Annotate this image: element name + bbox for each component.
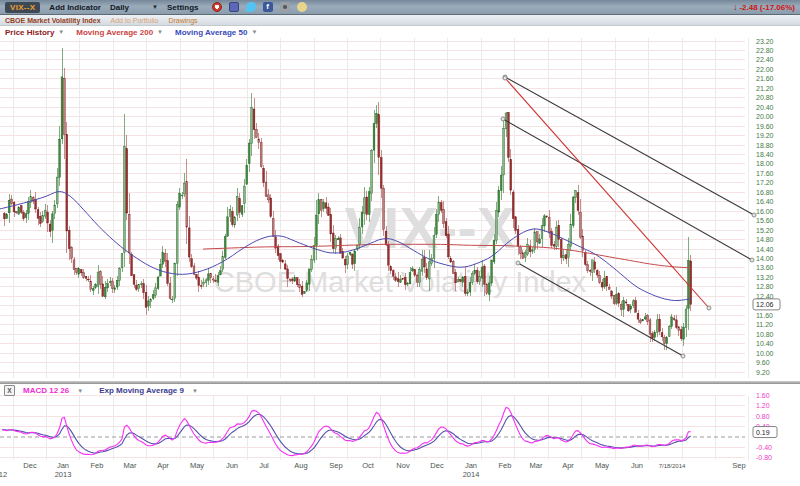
macd-panel-header: X MACD 12 26 ▼ Exp Moving Average 9 ▼ xyxy=(0,385,800,396)
chevron-down-icon[interactable]: ▼ xyxy=(152,4,158,10)
down-arrow-icon: ↓ xyxy=(733,2,738,12)
svg-text:20.80: 20.80 xyxy=(756,94,774,101)
svg-text:14.00: 14.00 xyxy=(756,255,774,262)
timeframe-dropdown[interactable]: Daily xyxy=(110,3,129,12)
moving-average-200-dropdown[interactable]: Moving Average 200 xyxy=(76,28,153,37)
svg-text:Mar: Mar xyxy=(124,461,137,470)
svg-text:17.20: 17.20 xyxy=(756,179,774,186)
svg-text:7/18/2014: 7/18/2014 xyxy=(659,463,686,469)
svg-text:18.40: 18.40 xyxy=(756,151,774,158)
svg-text:18.00: 18.00 xyxy=(756,160,774,167)
add-to-portfolio-link[interactable]: Add to Portfolio xyxy=(111,17,159,24)
svg-text:Apr: Apr xyxy=(157,461,169,470)
alerts-icon[interactable] xyxy=(212,2,222,12)
svg-text:0.80: 0.80 xyxy=(756,413,770,420)
symbol-box[interactable]: VIX--X xyxy=(5,2,40,13)
svg-text:16.40: 16.40 xyxy=(756,198,774,205)
svg-text:19.20: 19.20 xyxy=(756,132,774,139)
chevron-down-icon[interactable]: ▼ xyxy=(157,29,163,35)
price-axis: 23.2022.8022.4022.0021.6021.2020.8020.40… xyxy=(756,38,774,376)
svg-text:Jun: Jun xyxy=(631,461,643,470)
macd-indicator-dropdown[interactable]: MACD 12 26 xyxy=(23,386,69,395)
price-history-dropdown[interactable]: Price History xyxy=(5,28,54,37)
facebook-icon[interactable]: f xyxy=(263,2,273,12)
macd-lines xyxy=(0,408,745,456)
svg-text:21.20: 21.20 xyxy=(756,85,774,92)
panel-divider[interactable] xyxy=(0,381,800,384)
svg-text:15.20: 15.20 xyxy=(756,227,774,234)
svg-text:Jan: Jan xyxy=(57,461,69,470)
svg-text:12: 12 xyxy=(0,470,7,479)
macd-axis: 1.601.200.800.40-0.40-0.800.19 xyxy=(753,392,777,461)
svg-text:10.40: 10.40 xyxy=(756,340,774,347)
svg-text:May: May xyxy=(190,461,204,470)
chevron-down-icon[interactable]: ▼ xyxy=(251,29,257,35)
ema-signal-dropdown[interactable]: Exp Moving Average 9 xyxy=(99,386,184,395)
drawings-link[interactable]: Drawings xyxy=(168,17,197,24)
svg-text:17.60: 17.60 xyxy=(756,170,774,177)
svg-text:10.80: 10.80 xyxy=(756,331,774,338)
svg-text:2013: 2013 xyxy=(55,470,72,479)
price-change-text: -2.48 (-17.06%) xyxy=(739,3,795,12)
svg-text:9.20: 9.20 xyxy=(756,369,770,376)
svg-text:1.20: 1.20 xyxy=(756,402,770,409)
svg-text:20.40: 20.40 xyxy=(756,104,774,111)
svg-text:Apr: Apr xyxy=(562,461,574,470)
svg-text:0.19: 0.19 xyxy=(756,429,770,436)
svg-text:Mar: Mar xyxy=(530,461,543,470)
svg-text:Feb: Feb xyxy=(91,461,104,470)
svg-text:22.80: 22.80 xyxy=(756,47,774,54)
moving-average-50-dropdown[interactable]: Moving Average 50 xyxy=(175,28,247,37)
svg-text:Sep: Sep xyxy=(329,461,342,470)
instrument-name: CBOE Market Volatility Index xyxy=(5,17,101,24)
chat-icon[interactable] xyxy=(297,2,307,12)
add-indicator-button[interactable]: Add Indicator xyxy=(49,3,101,12)
svg-text:13.60: 13.60 xyxy=(756,264,774,271)
svg-text:12.06: 12.06 xyxy=(756,301,774,308)
svg-text:20.00: 20.00 xyxy=(756,113,774,120)
svg-text:10.00: 10.00 xyxy=(756,350,774,357)
svg-text:15.60: 15.60 xyxy=(756,217,774,224)
svg-text:Jul: Jul xyxy=(259,461,269,470)
svg-text:Sep: Sep xyxy=(732,461,745,470)
svg-text:May: May xyxy=(595,461,609,470)
settings-button[interactable]: Settings xyxy=(167,3,199,12)
top-toolbar: VIX--X Add Indicator Daily ▼ Settings f … xyxy=(0,0,800,15)
svg-text:23.20: 23.20 xyxy=(756,38,774,45)
svg-text:9.60: 9.60 xyxy=(756,359,770,366)
toolbar-icons: f xyxy=(212,2,307,12)
svg-text:Aug: Aug xyxy=(294,461,307,470)
svg-text:-0.80: -0.80 xyxy=(756,454,772,461)
instrument-subheader: CBOE Market Volatility Index Add to Port… xyxy=(0,15,800,26)
svg-text:2014: 2014 xyxy=(463,470,480,479)
chevron-down-icon[interactable]: ▼ xyxy=(192,388,198,394)
svg-text:Jun: Jun xyxy=(226,461,238,470)
twitter-icon[interactable] xyxy=(246,2,256,12)
svg-text:Nov: Nov xyxy=(396,461,410,470)
svg-text:11.20: 11.20 xyxy=(756,321,773,328)
svg-text:13.20: 13.20 xyxy=(756,274,774,281)
svg-text:12.80: 12.80 xyxy=(756,283,774,290)
svg-text:Jan: Jan xyxy=(465,461,477,470)
svg-text:11.60: 11.60 xyxy=(756,312,773,319)
svg-text:22.40: 22.40 xyxy=(756,56,774,63)
svg-text:Feb: Feb xyxy=(499,461,512,470)
chevron-down-icon[interactable]: ▼ xyxy=(58,29,64,35)
svg-text:19.60: 19.60 xyxy=(756,123,774,130)
svg-text:-0.40: -0.40 xyxy=(756,444,772,451)
share-icon[interactable] xyxy=(229,2,239,12)
svg-text:22.00: 22.00 xyxy=(756,66,774,73)
svg-text:21.60: 21.60 xyxy=(756,75,774,82)
svg-text:18.80: 18.80 xyxy=(756,142,774,149)
svg-text:Dec: Dec xyxy=(430,461,444,470)
last-price-label: 12.06 xyxy=(753,299,780,310)
date-axis: 12DecJan2013FebMarAprMayJunJulAugSepOctN… xyxy=(0,461,746,479)
svg-text:14.80: 14.80 xyxy=(756,236,774,243)
svg-text:14.40: 14.40 xyxy=(756,246,774,253)
camera-icon[interactable] xyxy=(280,2,290,12)
chart-canvas[interactable]: VIX--XCBOE Market Volatility Index23.202… xyxy=(0,0,800,486)
svg-text:16.00: 16.00 xyxy=(756,208,774,215)
chevron-down-icon[interactable]: ▼ xyxy=(77,388,83,394)
chart-application-window: VIX--XCBOE Market Volatility Index23.202… xyxy=(0,0,800,486)
close-icon[interactable]: X xyxy=(4,385,15,396)
